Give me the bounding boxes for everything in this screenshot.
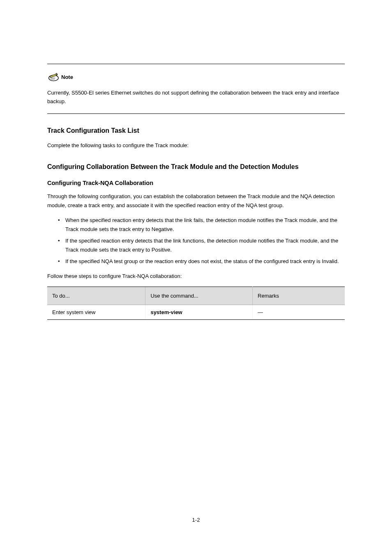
note-icon [47,72,59,81]
paragraph-follow-steps: Follow these steps to configure Track-NQ… [47,272,345,281]
list-item: When the specified reaction entry detect… [58,216,345,234]
bullet-list-nqa: When the specified reaction entry detect… [47,216,345,266]
table-row: Enter system view system-view — [47,305,345,320]
page-number: 1-2 [0,517,392,523]
section-heading-collab-detection: Configuring Collaboration Between the Tr… [47,163,345,171]
list-item: If the specified NQA test group or the r… [58,257,345,266]
paragraph-task-intro: Complete the following tasks to configur… [47,141,345,150]
table-header-row: To do... Use the command... Remarks [47,287,345,305]
paragraph-nqa-intro: Through the following configuration, you… [47,192,345,210]
table-header-todo: To do... [47,287,145,305]
subsection-heading-track-nqa: Configuring Track-NQA Collaboration [47,180,345,186]
section-heading-task-list: Track Configuration Task List [47,127,345,134]
command-table: To do... Use the command... Remarks Ente… [47,287,345,320]
table-cell-command: system-view [145,305,253,320]
note-block: Note Currently, S5500-EI series Ethernet… [47,72,345,106]
note-label: Note [61,74,73,80]
table-header-remarks: Remarks [253,287,345,305]
list-item: If the specified reaction entry detects … [58,236,345,254]
table-cell-remarks: — [253,305,345,320]
table-cell-todo: Enter system view [47,305,145,320]
note-bottom-rule [47,113,345,114]
table-header-command: Use the command... [145,287,253,305]
top-rule [47,64,345,64]
note-text: Currently, S5500-EI series Ethernet swit… [47,89,345,106]
note-header: Note [47,72,345,81]
